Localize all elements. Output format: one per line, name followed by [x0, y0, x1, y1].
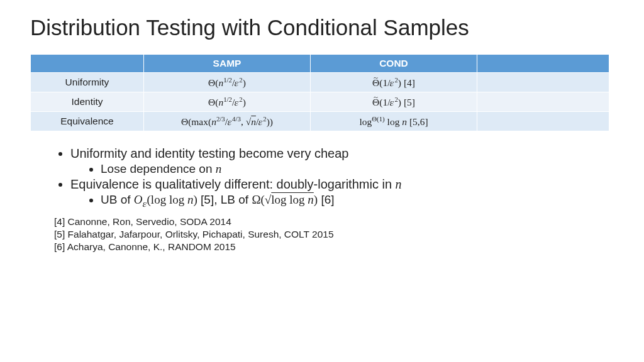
- cell-blank: [477, 92, 609, 112]
- table-row: Equivalence (max(n2/3/4/3, √n/2)) log(1)…: [31, 112, 609, 131]
- bullet-list: Uniformity and identity testing become v…: [30, 146, 614, 209]
- cell-cond: (1/2) [4]: [311, 73, 477, 92]
- cell-samp: (n1/2/2): [144, 73, 311, 92]
- bullet-1a: Lose dependence on n: [101, 162, 614, 176]
- cell-cond: log(1) log n [5,6]: [311, 112, 477, 131]
- th-cond: COND: [311, 55, 477, 73]
- cell-blank: [477, 73, 609, 92]
- row-label: Equivalence: [31, 112, 144, 131]
- ref-6: [6] Acharya, Canonne, K., RANDOM 2015: [54, 241, 614, 253]
- th-blank2: [477, 55, 609, 73]
- cell-samp: (n1/2/2): [144, 92, 311, 112]
- complexity-table: SAMP COND Uniformity (n1/2/2) (1/2) [4] …: [30, 54, 609, 131]
- slide-title: Distribution Testing with Conditional Sa…: [30, 15, 614, 40]
- bullet-2a: UB of O(log log n) [5], LB of (√log log …: [101, 193, 614, 209]
- table-row: Uniformity (n1/2/2) (1/2) [4]: [31, 73, 609, 92]
- th-blank1: [31, 55, 144, 73]
- row-label: Uniformity: [31, 73, 144, 92]
- cell-samp: (max(n2/3/4/3, √n/2)): [144, 112, 311, 131]
- row-label: Identity: [31, 92, 144, 112]
- table-row: Identity (n1/2/2) (1/2) [5]: [31, 92, 609, 112]
- cell-cond: (1/2) [5]: [311, 92, 477, 112]
- references: [4] Canonne, Ron, Servedio, SODA 2014 [5…: [30, 216, 614, 253]
- table-header-row: SAMP COND: [31, 55, 609, 73]
- ref-4: [4] Canonne, Ron, Servedio, SODA 2014: [54, 216, 614, 228]
- ref-5: [5] Falahatgar, Jafarpour, Orlitsky, Pic…: [54, 228, 614, 241]
- cell-blank: [477, 112, 609, 131]
- bullet-2: Equivalence is qualitatively different: …: [70, 177, 614, 192]
- th-samp: SAMP: [144, 55, 311, 73]
- bullet-1: Uniformity and identity testing become v…: [70, 146, 614, 161]
